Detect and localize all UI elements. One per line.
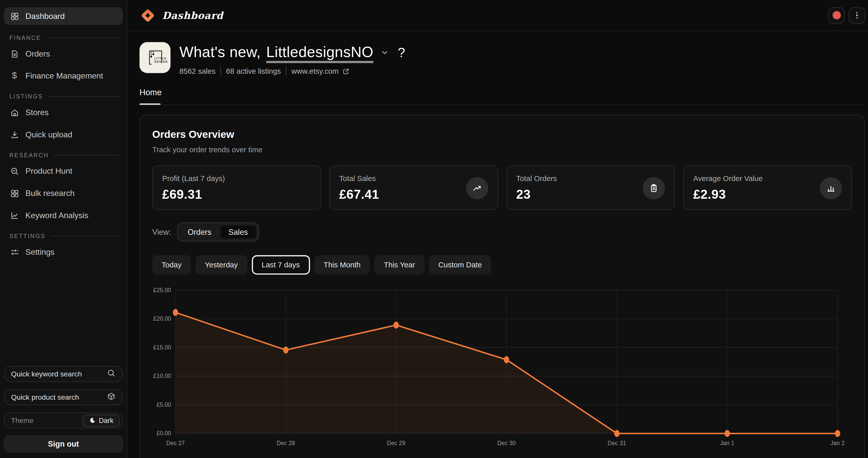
range-today-button[interactable]: Today <box>152 255 191 275</box>
theme-label: Theme <box>11 416 34 425</box>
divider <box>48 96 120 96</box>
view-label: View: <box>152 227 171 236</box>
moon-icon <box>88 417 96 424</box>
sidebar-section-listings: LISTINGS <box>9 93 121 99</box>
separator <box>286 67 286 75</box>
theme-row: Theme Dark <box>4 412 123 428</box>
document-icon <box>9 49 19 58</box>
help-button[interactable]: ? <box>398 45 405 60</box>
shop-profile: LITTLE DESIGN What's new, LittledesignsN… <box>140 42 865 75</box>
view-option-orders[interactable]: Orders <box>179 225 220 239</box>
divider <box>54 155 120 155</box>
stat-card-total-orders: Total Orders 23 <box>506 165 675 210</box>
sliders-icon <box>9 247 19 256</box>
top-bar: Dashboard <box>127 0 868 31</box>
sign-out-button[interactable]: Sign out <box>4 436 123 453</box>
svg-text:£15.00: £15.00 <box>153 344 171 351</box>
chevron-down-icon[interactable] <box>380 48 389 57</box>
view-segmented-control: Orders Sales <box>177 222 259 241</box>
brand-name: Dashboard <box>162 9 223 21</box>
tab-bar: Home <box>140 87 865 103</box>
page-content: LITTLE DESIGN What's new, LittledesignsN… <box>127 31 868 458</box>
divider <box>51 236 119 236</box>
active-listings-count: 68 active listings <box>226 67 281 75</box>
tab-home[interactable]: Home <box>140 87 162 103</box>
card-subtitle: Track your order trends over time <box>152 146 852 154</box>
svg-text:Jan 2: Jan 2 <box>830 440 844 447</box>
record-button[interactable] <box>828 7 845 24</box>
svg-text:Dec 29: Dec 29 <box>387 440 405 447</box>
quick-keyword-search-input[interactable]: Quick keyword search <box>4 366 123 382</box>
shop-url[interactable]: www.etsy.com <box>291 67 339 75</box>
svg-text:£0.00: £0.00 <box>157 430 171 436</box>
theme-toggle-button[interactable]: Dark <box>82 414 120 426</box>
more-options-button[interactable] <box>848 7 865 24</box>
sidebar-section-finance: FINANCE <box>9 34 121 41</box>
search-icon <box>107 369 116 379</box>
external-link-icon[interactable] <box>342 67 350 75</box>
sidebar: Dashboard FINANCE Orders $ Finance Manag… <box>0 0 127 458</box>
svg-text:£25.00: £25.00 <box>153 287 171 294</box>
sidebar-item-orders[interactable]: Orders <box>4 45 123 63</box>
range-yesterday-button[interactable]: Yesterday <box>195 255 247 275</box>
sidebar-bottom: Quick keyword search Quick product searc… <box>4 366 123 452</box>
trending-up-icon <box>466 177 488 200</box>
sidebar-item-stores[interactable]: Stores <box>4 103 123 121</box>
store-icon <box>9 108 19 117</box>
main-column: Dashboard LITTLE <box>127 0 868 458</box>
clipboard-icon <box>643 177 665 200</box>
range-custom-date-button[interactable]: Custom Date <box>429 255 491 275</box>
stat-card-total-sales: Total Sales £67.41 <box>329 165 498 210</box>
range-this-year-button[interactable]: This Year <box>374 255 425 275</box>
orders-line-chart[interactable]: £0.00£5.00£10.00£15.00£20.00£25.00Dec 27… <box>146 283 852 450</box>
dashboard-grid-icon <box>9 11 19 21</box>
greeting-text: What's new, <box>179 44 260 61</box>
svg-text:£5.00: £5.00 <box>157 401 171 408</box>
sidebar-item-quick-upload[interactable]: Quick upload <box>4 126 123 144</box>
svg-text:Dec 28: Dec 28 <box>277 440 295 447</box>
shop-stats-line: 8562 sales 68 active listings www.etsy.c… <box>179 67 405 75</box>
stats-row: Profit (Last 7 days) £69.31 Total Sales … <box>152 165 852 210</box>
svg-text:LITTLE: LITTLE <box>155 57 167 60</box>
search-minus-icon <box>9 166 19 176</box>
brand-logo-icon <box>140 7 156 24</box>
sidebar-item-product-hunt[interactable]: Product Hunt <box>4 162 123 180</box>
sidebar-item-bulk-research[interactable]: Bulk research <box>4 184 123 202</box>
grid-icon <box>9 189 19 198</box>
date-range-row: Today Yesterday Last 7 days This Month T… <box>152 255 852 275</box>
svg-text:£20.00: £20.00 <box>153 315 171 322</box>
stat-card-average-order-value: Average Order Value £2.93 <box>683 165 852 210</box>
svg-text:DESIGN: DESIGN <box>155 60 167 63</box>
view-option-sales[interactable]: Sales <box>220 225 257 239</box>
svg-text:Dec 31: Dec 31 <box>608 440 626 447</box>
separator <box>220 67 221 75</box>
quick-product-search-input[interactable]: Quick product search <box>4 389 123 405</box>
range-last-7-days-button[interactable]: Last 7 days <box>252 255 310 275</box>
shop-heading: What's new, LittledesignsNO ? 8562 sales… <box>179 42 405 75</box>
sidebar-item-settings[interactable]: Settings <box>4 243 123 261</box>
divider <box>140 104 865 105</box>
upload-tray-icon <box>9 130 19 139</box>
sidebar-section-settings: SETTINGS <box>9 233 121 239</box>
package-cube-icon <box>107 392 116 402</box>
bar-chart-icon <box>820 177 842 200</box>
svg-text:Jan 1: Jan 1 <box>720 440 734 447</box>
sales-count: 8562 sales <box>179 67 215 75</box>
record-dot-icon <box>832 11 841 20</box>
shop-name[interactable]: LittledesignsNO <box>266 44 373 61</box>
app-window: Dashboard FINANCE Orders $ Finance Manag… <box>0 0 868 458</box>
shop-avatar: LITTLE DESIGN <box>140 42 171 73</box>
svg-text:£10.00: £10.00 <box>153 373 171 379</box>
svg-text:Dec 30: Dec 30 <box>497 440 516 447</box>
sidebar-item-keyword-analysis[interactable]: Keyword Analysis <box>4 207 123 224</box>
sidebar-item-label: Dashboard <box>26 11 65 21</box>
sidebar-section-research: RESEARCH <box>9 152 121 158</box>
dollar-icon: $ <box>9 71 19 80</box>
stat-card-profit: Profit (Last 7 days) £69.31 <box>152 165 321 210</box>
card-title: Orders Overview <box>152 128 852 141</box>
sidebar-item-dashboard[interactable]: Dashboard <box>4 7 123 25</box>
chart-line-icon <box>9 211 19 220</box>
view-toggle-row: View: Orders Sales <box>152 222 852 241</box>
range-this-month-button[interactable]: This Month <box>314 255 370 275</box>
sidebar-item-finance-management[interactable]: $ Finance Management <box>4 67 123 85</box>
